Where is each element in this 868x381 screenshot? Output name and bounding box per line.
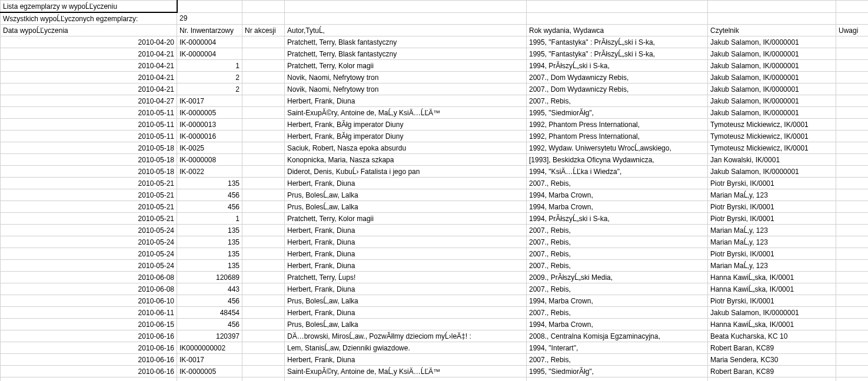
cell-reader[interactable]: Marian MaĹ‚y, 123 — [708, 225, 836, 236]
cell-inventory[interactable]: IK-0000004 — [177, 48, 242, 60]
cell-date[interactable]: 2010-04-21 — [1, 83, 177, 95]
cell-accession[interactable] — [242, 142, 285, 154]
header-reader[interactable]: Czytelnik — [708, 25, 836, 36]
cell-reader[interactable]: Hanna KawiĹ„ska, IK/0001 — [708, 272, 836, 283]
cell-reader[interactable]: Hanna KawiĹ„ska, IK/0001 — [708, 319, 836, 330]
cell-date[interactable]: 2010-04-21 — [1, 72, 177, 83]
cell-author[interactable]: Herbert, Frank, Diuna — [285, 178, 527, 189]
cell-inventory[interactable]: 48454 — [177, 307, 242, 319]
cell-accession[interactable] — [242, 107, 285, 119]
cell-inventory[interactable]: 135 — [177, 260, 242, 272]
cell-notes[interactable] — [836, 60, 869, 72]
cell-publisher[interactable]: 2007., Rebis, — [527, 236, 708, 248]
cell-inventory[interactable]: IK-0000016 — [177, 131, 242, 142]
cell-accession[interactable] — [242, 342, 285, 354]
cell-author[interactable]: Herbert, Frank, Diuna — [285, 248, 527, 260]
cell-notes[interactable] — [836, 72, 869, 83]
cell-inventory[interactable]: 456 — [177, 319, 242, 330]
cell-publisher[interactable]: 1994, "KsiÄ…ĹĽka i Wiedza", — [527, 166, 708, 178]
data-table[interactable]: Lista egzemplarzy w wypoĹĽyczeniu Wszyst… — [0, 0, 868, 381]
cell-date[interactable]: 2010-05-21 — [1, 201, 177, 213]
cell-date[interactable]: 2010-05-18 — [1, 154, 177, 166]
cell-accession[interactable] — [242, 178, 285, 189]
cell-author[interactable]: Herbert, Frank, Diuna — [285, 236, 527, 248]
table-row[interactable]: 2010-05-21456Prus, BolesĹ‚aw, Lalka1994,… — [1, 201, 869, 213]
cell-date[interactable]: 2010-04-27 — [1, 95, 177, 107]
cell-date[interactable]: 2010-05-24 — [1, 236, 177, 248]
header-notes[interactable]: Uwagi — [836, 25, 869, 36]
cell-notes[interactable] — [836, 178, 869, 189]
cell-author[interactable]: Prus, BolesĹ‚aw, Lalka — [285, 201, 527, 213]
cell-date[interactable]: 2010-05-24 — [1, 260, 177, 272]
cell-author[interactable]: Saint-ExupĂ©ry, Antoine de, MaĹ‚y KsiÄ…Ĺ… — [285, 366, 527, 377]
cell-publisher[interactable]: 2007., Rebis, — [527, 283, 708, 295]
cell-author[interactable]: Herbert, Frank, BĂłg imperator Diuny — [285, 119, 527, 131]
cell-accession[interactable] — [242, 189, 285, 201]
cell-author[interactable]: Prus, BolesĹ‚aw, Lalka — [285, 189, 527, 201]
cell-publisher[interactable]: 1995, "Fantastyka" : PrĂłszyĹ„ski i S-ka… — [527, 48, 708, 60]
cell-inventory[interactable]: IK-0000013 — [177, 119, 242, 131]
cell-publisher[interactable]: 2007., Rebis, — [527, 307, 708, 319]
cell-date[interactable]: 2010-05-11 — [1, 131, 177, 142]
cell-inventory[interactable]: 135 — [177, 248, 242, 260]
cell-reader[interactable]: Piotr Byrski, IK/0001 — [708, 248, 836, 260]
table-row[interactable]: 2010-04-212Novik, Naomi, Nefrytowy tron2… — [1, 83, 869, 95]
cell-date[interactable]: 2010-06-16 — [1, 342, 177, 354]
cell-publisher[interactable]: 1994, Marba Crown, — [527, 295, 708, 307]
table-row[interactable]: 2010-05-11IK-0000005Saint-ExupĂ©ry, Anto… — [1, 107, 869, 119]
cell-date[interactable]: 2010-05-21 — [1, 213, 177, 225]
table-row[interactable]: 2010-06-08443Herbert, Frank, Diuna2007.,… — [1, 283, 869, 295]
cell-author[interactable]: Herbert, Frank, BĂłg imperator Diuny — [285, 131, 527, 142]
cell-accession[interactable] — [242, 354, 285, 366]
cell-reader[interactable]: Hanna KawiĹ„ska, IK/0001 — [708, 283, 836, 295]
table-row[interactable]: 2010-04-211Pratchett, Terry, Kolor magii… — [1, 60, 869, 72]
cell-author[interactable]: Herbert, Frank, Diuna — [285, 225, 527, 236]
cell-publisher[interactable]: 2007., Rebis, — [527, 225, 708, 236]
cell-notes[interactable] — [836, 166, 869, 178]
cell-notes[interactable] — [836, 119, 869, 131]
title-row[interactable]: Lista egzemplarzy w wypoĹĽyczeniu — [1, 1, 869, 13]
cell-publisher[interactable]: 1995, "SiedmiorĂłg", — [527, 366, 708, 377]
report-title[interactable]: Lista egzemplarzy w wypoĹĽyczeniu — [1, 1, 177, 13]
cell-accession[interactable] — [242, 119, 285, 131]
cell-accession[interactable] — [242, 201, 285, 213]
cell-publisher[interactable]: 2007., Rebis, — [527, 178, 708, 189]
cell-notes[interactable] — [836, 225, 869, 236]
cell-publisher[interactable]: 1995, "SiedmiorĂłg", — [527, 107, 708, 119]
table-row[interactable]: 2010-05-11IK-0000016Herbert, Frank, BĂłg… — [1, 131, 869, 142]
cell-inventory[interactable]: IK-0025 — [177, 142, 242, 154]
cell-reader[interactable]: Piotr Byrski, IK/0001 — [708, 178, 836, 189]
cell-inventory[interactable]: 120397 — [177, 330, 242, 342]
cell-notes[interactable] — [836, 201, 869, 213]
table-row[interactable]: 2010-04-21IK-0000004Pratchett, Terry, Bl… — [1, 48, 869, 60]
cell-notes[interactable] — [836, 283, 869, 295]
cell-publisher[interactable]: 2007., Rebis, — [527, 95, 708, 107]
cell-author[interactable]: Pratchett, Terry, Kolor magii — [285, 213, 527, 225]
cell-reader[interactable]: Tymoteusz Mickiewicz, IK/0001 — [708, 142, 836, 154]
table-row[interactable]: 2010-05-11IK-0000013Herbert, Frank, BĂłg… — [1, 119, 869, 131]
table-row[interactable]: 2010-06-16IK-0000005Saint-ExupĂ©ry, Anto… — [1, 366, 869, 377]
cell-reader[interactable]: Maria Sendera, KC30 — [708, 354, 836, 366]
total-label[interactable]: Wszystkich wypoĹĽyczonych egzemplarzy: — [1, 12, 177, 25]
cell-reader[interactable]: Robert Baran, KC89 — [708, 366, 836, 377]
cell-author[interactable]: Konopnicka, Maria, Nasza szkapa — [285, 154, 527, 166]
cell-date[interactable]: 2010-05-18 — [1, 166, 177, 178]
cell-author[interactable]: Saciuk, Robert, Nasza epoka absurdu — [285, 142, 527, 154]
cell-date[interactable]: 2010-06-15 — [1, 319, 177, 330]
cell-inventory[interactable]: 1 — [177, 213, 242, 225]
cell-author[interactable]: Pratchett, Terry, Ĺups! — [285, 272, 527, 283]
cell-date[interactable]: 2010-06-16 — [1, 366, 177, 377]
cell-date[interactable]: 2010-06-08 — [1, 283, 177, 295]
cell-accession[interactable] — [242, 366, 285, 377]
cell-publisher[interactable]: 1992, Wydaw. Uniwersytetu WrocĹ‚awskiego… — [527, 142, 708, 154]
cell-notes[interactable] — [836, 307, 869, 319]
cell-author[interactable]: Diderot, Denis, KubuĹ› Fatalista i jego … — [285, 166, 527, 178]
cell-accession[interactable] — [242, 60, 285, 72]
cell-notes[interactable] — [836, 272, 869, 283]
cell-author[interactable]: Herbert, Frank, Diuna — [285, 307, 527, 319]
cell-accession[interactable] — [242, 83, 285, 95]
cell-author[interactable]: Pratchett, Terry, Blask fantastyczny — [285, 36, 527, 48]
cell-inventory[interactable]: 1 — [177, 60, 242, 72]
cell-accession[interactable] — [242, 307, 285, 319]
header-row[interactable]: Data wypoĹĽyczenia Nr. Inwentarzowy Nr a… — [1, 25, 869, 36]
